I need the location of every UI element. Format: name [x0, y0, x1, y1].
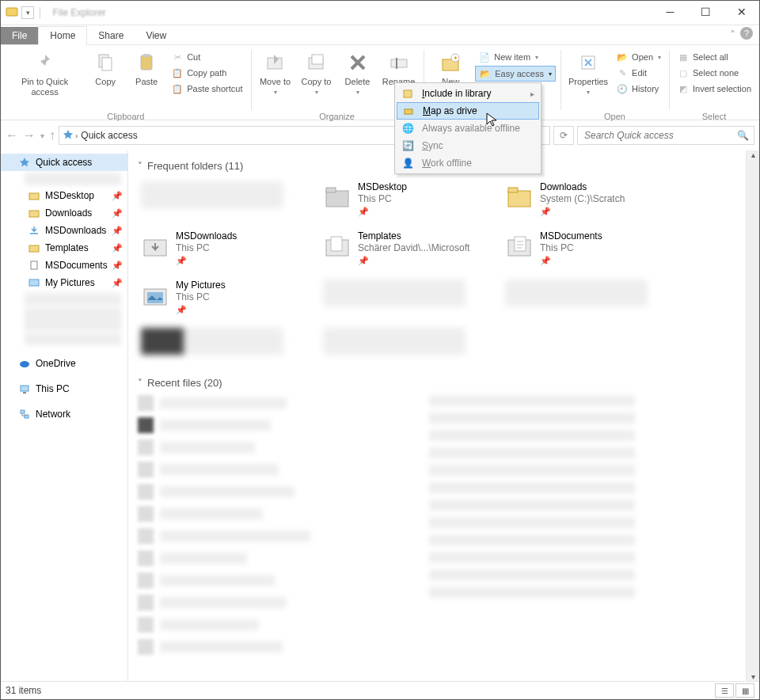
folder-item[interactable]: MSDownloads This PC 📌 [138, 227, 320, 270]
recent-file-item[interactable] [429, 587, 635, 598]
cut-button[interactable]: ✂Cut [168, 50, 245, 64]
folder-item-blurred[interactable] [141, 328, 283, 355]
recent-file-item[interactable] [138, 595, 310, 611]
details-view-button[interactable]: ☰ [715, 683, 734, 698]
folder-item-blurred[interactable] [141, 181, 283, 208]
easy-access-button[interactable]: 📂Easy access▾ [475, 66, 556, 82]
copy-button[interactable]: Copy [86, 48, 125, 89]
back-button[interactable]: ← [6, 128, 18, 143]
nav-item-downloads[interactable]: Downloads 📌 [1, 204, 127, 222]
recent-file-item[interactable] [429, 395, 635, 406]
folder-item-blurred[interactable] [323, 328, 466, 355]
nav-item-blurred[interactable] [25, 173, 121, 185]
nav-item-mypictures[interactable]: My Pictures 📌 [1, 274, 127, 291]
select-none-button[interactable]: ▢Select none [674, 66, 754, 80]
recent-file-item[interactable] [429, 447, 635, 458]
collapse-ribbon-button[interactable]: ˄ [730, 29, 735, 41]
tab-view[interactable]: View [135, 27, 177, 44]
large-icons-view-button[interactable]: ▦ [735, 683, 754, 698]
tab-share[interactable]: Share [87, 27, 135, 44]
move-to-button[interactable]: Move to ▾ [256, 48, 295, 97]
copy-to-button[interactable]: Copy to ▾ [297, 48, 336, 97]
nav-item-templates[interactable]: Templates 📌 [1, 239, 127, 257]
pin-to-quick-access-button[interactable]: Pin to Quick access [6, 48, 84, 98]
menu-sync[interactable]: 🔄 Sync [397, 137, 539, 154]
folder-item[interactable]: MSDocuments This PC 📌 [502, 227, 684, 270]
paste-shortcut-button[interactable]: 📋Paste shortcut [168, 82, 245, 96]
recent-file-item[interactable] [429, 535, 635, 546]
menu-always-available-offline[interactable]: 🌐 Always available offline [397, 120, 539, 137]
search-input[interactable] [583, 129, 737, 142]
recent-file-item[interactable] [138, 506, 310, 522]
close-button[interactable]: ✕ [724, 1, 759, 23]
delete-button[interactable]: Delete ▾ [338, 48, 378, 97]
nav-onedrive[interactable]: OneDrive [1, 355, 127, 372]
folder-item-blurred[interactable] [505, 280, 648, 306]
recent-file-item[interactable] [138, 573, 310, 588]
help-button[interactable]: ? [740, 27, 753, 40]
folder-item[interactable]: MSDesktop This PC 📌 [320, 178, 502, 221]
scroll-up-icon[interactable]: ▴ [751, 150, 755, 159]
nav-quick-access[interactable]: Quick access [1, 154, 127, 171]
copy-path-button[interactable]: 📋Copy path [168, 66, 245, 80]
recent-file-item[interactable] [429, 552, 635, 563]
folder-item[interactable]: Downloads System (C:)\Scratch 📌 [502, 178, 684, 221]
nav-item-msdownloads[interactable]: MSDownloads 📌 [1, 222, 127, 239]
history-button[interactable]: 🕘History [613, 82, 664, 96]
nav-this-pc[interactable]: This PC [1, 380, 127, 398]
recent-file-item[interactable] [429, 517, 635, 528]
edit-button[interactable]: ✎Edit [613, 66, 664, 80]
svg-rect-3 [141, 55, 152, 70]
recent-file-item[interactable] [138, 528, 310, 544]
minimize-button[interactable]: ─ [652, 1, 688, 23]
up-button[interactable]: ↑ [49, 128, 55, 143]
documents-folder-icon [505, 230, 534, 259]
address-segment[interactable]: Quick access [81, 130, 137, 141]
address-root[interactable]: › [63, 129, 78, 143]
recent-file-item[interactable] [138, 484, 310, 500]
tab-file[interactable]: File [1, 27, 38, 44]
scrollbar[interactable]: ▴ ▾ [746, 150, 759, 681]
recent-file-item[interactable] [138, 462, 310, 477]
recent-file-item[interactable] [138, 639, 310, 655]
nav-item-blurred[interactable] [25, 293, 121, 306]
nav-network[interactable]: Network [1, 405, 127, 423]
scroll-down-icon[interactable]: ▾ [751, 672, 755, 681]
tab-home[interactable]: Home [38, 26, 87, 45]
search-box[interactable]: 🔍 [577, 126, 754, 145]
recent-locations-button[interactable]: ▾ [40, 131, 44, 140]
nav-item-msdesktop[interactable]: MSDesktop 📌 [1, 187, 127, 204]
recent-file-item[interactable] [429, 569, 635, 580]
qat-dropdown[interactable]: ▾ [21, 6, 34, 19]
recent-file-item[interactable] [138, 550, 310, 566]
maximize-button[interactable]: ☐ [688, 1, 724, 23]
properties-button[interactable]: Properties ▾ [565, 48, 611, 97]
folder-item-blurred[interactable] [323, 280, 466, 306]
recent-file-item[interactable] [138, 417, 310, 433]
select-all-button[interactable]: ▦Select all [674, 50, 754, 64]
menu-work-offline[interactable]: 👤 Work offline [397, 154, 539, 172]
recent-file-item[interactable] [429, 430, 635, 441]
recent-file-item[interactable] [429, 413, 635, 424]
menu-map-as-drive[interactable]: Map as drive [397, 102, 539, 120]
forward-button[interactable]: → [23, 128, 36, 143]
recent-file-item[interactable] [138, 439, 310, 455]
refresh-button[interactable]: ⟳ [553, 126, 574, 145]
open-button[interactable]: 📂Open▾ [613, 50, 664, 64]
invert-selection-button[interactable]: ◩Invert selection [674, 82, 754, 96]
menu-include-in-library[interactable]: Include in library ▸ [397, 85, 539, 102]
nav-item-blurred[interactable] [25, 333, 121, 345]
recent-files-header[interactable]: ˅ Recent files (20) [138, 377, 750, 389]
paste-button[interactable]: Paste [127, 48, 166, 89]
drive-icon [402, 105, 415, 117]
folder-item[interactable]: My Pictures This PC 📌 [138, 276, 320, 319]
recent-file-item[interactable] [138, 617, 310, 633]
folder-item[interactable]: Templates Schärer David\...\Microsoft 📌 [320, 227, 502, 270]
new-item-button[interactable]: 📄New item▾ [475, 50, 556, 64]
recent-file-item[interactable] [138, 395, 310, 411]
recent-file-item[interactable] [429, 465, 635, 476]
recent-file-item[interactable] [429, 482, 635, 493]
nav-item-msdocuments[interactable]: MSDocuments 📌 [1, 257, 127, 274]
nav-item-blurred[interactable] [25, 307, 121, 331]
recent-file-item[interactable] [429, 500, 635, 511]
